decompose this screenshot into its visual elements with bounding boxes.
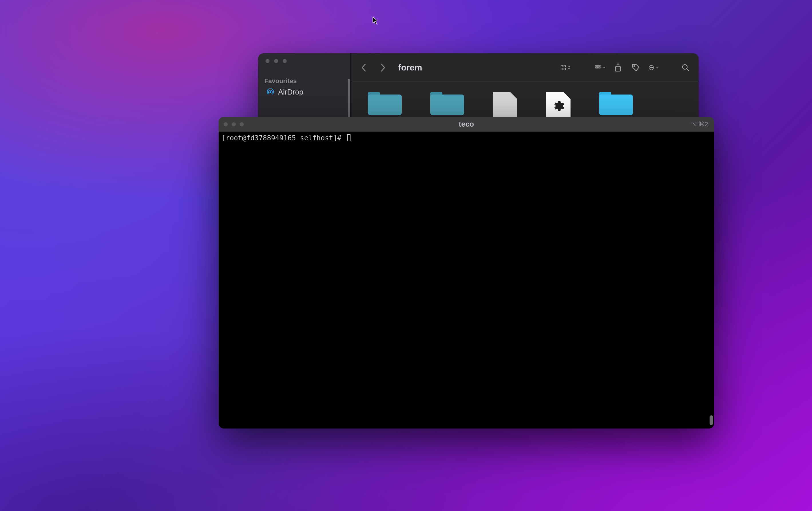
config-file-icon bbox=[546, 92, 571, 120]
sidebar-section-favourites: Favourites AirDrop bbox=[258, 69, 350, 99]
close-button[interactable] bbox=[224, 122, 228, 126]
svg-rect-4 bbox=[564, 68, 566, 70]
actions-button[interactable] bbox=[648, 62, 659, 73]
airdrop-icon bbox=[267, 88, 274, 96]
terminal-window[interactable]: teco ⌥⌘2 [root@fd3788949165 selfhost]# bbox=[219, 117, 714, 429]
svg-point-12 bbox=[634, 65, 635, 67]
finder-title: forem bbox=[398, 63, 422, 73]
svg-rect-5 bbox=[596, 65, 597, 66]
finder-nav: forem bbox=[359, 62, 422, 73]
terminal-pane-indicator: ⌥⌘2 bbox=[691, 120, 708, 128]
document-icon bbox=[493, 92, 517, 120]
folder-icon bbox=[368, 92, 402, 115]
terminal-cursor bbox=[347, 134, 350, 141]
terminal-traffic-lights bbox=[224, 122, 244, 126]
svg-rect-10 bbox=[599, 67, 600, 68]
view-mode-button[interactable] bbox=[560, 62, 571, 73]
svg-rect-2 bbox=[564, 65, 566, 67]
terminal-scrollbar[interactable] bbox=[709, 415, 713, 425]
sidebar-item-airdrop[interactable]: AirDrop bbox=[264, 85, 345, 99]
svg-rect-3 bbox=[561, 68, 563, 70]
terminal-title: teco bbox=[219, 120, 714, 129]
svg-point-16 bbox=[652, 67, 653, 68]
minimize-button[interactable] bbox=[274, 59, 278, 63]
tags-button[interactable] bbox=[631, 62, 641, 73]
sidebar-heading: Favourites bbox=[264, 77, 345, 85]
terminal-body[interactable]: [root@fd3788949165 selfhost]# bbox=[219, 132, 714, 429]
svg-point-14 bbox=[650, 67, 650, 68]
terminal-titlebar[interactable]: teco ⌥⌘2 bbox=[219, 117, 714, 132]
svg-rect-1 bbox=[561, 65, 563, 67]
svg-rect-7 bbox=[599, 65, 600, 66]
group-button[interactable] bbox=[595, 62, 605, 73]
share-button[interactable] bbox=[613, 62, 623, 73]
zoom-button[interactable] bbox=[240, 122, 244, 126]
terminal-prompt: [root@fd3788949165 selfhost]# bbox=[222, 134, 350, 142]
zoom-button[interactable] bbox=[283, 59, 287, 63]
finder-traffic-lights bbox=[258, 53, 350, 69]
svg-rect-8 bbox=[596, 67, 597, 68]
desktop: Favourites AirDrop bbox=[0, 0, 812, 511]
finder-toolbar: forem bbox=[351, 53, 699, 82]
folder-icon bbox=[599, 92, 633, 115]
close-button[interactable] bbox=[265, 59, 269, 63]
svg-point-0 bbox=[269, 91, 271, 93]
minimize-button[interactable] bbox=[232, 122, 236, 126]
sidebar-item-label: AirDrop bbox=[278, 88, 303, 97]
mouse-cursor bbox=[373, 17, 378, 25]
search-button[interactable] bbox=[680, 62, 691, 73]
back-button[interactable] bbox=[359, 62, 369, 73]
prompt-text: [root@fd3788949165 selfhost]# bbox=[222, 134, 345, 142]
svg-point-15 bbox=[651, 67, 652, 68]
forward-button[interactable] bbox=[378, 62, 388, 73]
svg-rect-6 bbox=[598, 65, 599, 66]
svg-rect-9 bbox=[598, 67, 599, 68]
folder-icon bbox=[430, 92, 464, 115]
